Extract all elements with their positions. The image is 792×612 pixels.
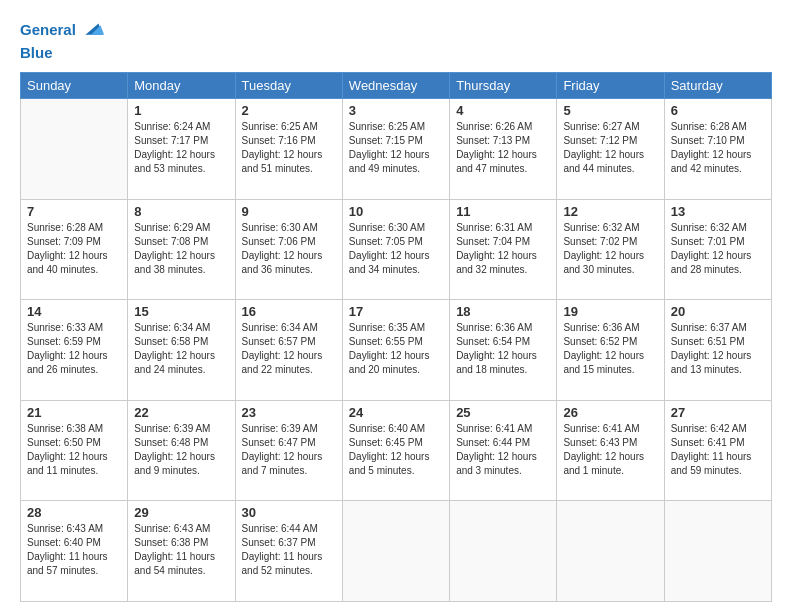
calendar-cell: 18Sunrise: 6:36 AM Sunset: 6:54 PM Dayli… — [450, 300, 557, 401]
header: General Blue — [20, 16, 772, 62]
day-number: 9 — [242, 204, 336, 219]
calendar-cell: 24Sunrise: 6:40 AM Sunset: 6:45 PM Dayli… — [342, 400, 449, 501]
calendar-cell: 6Sunrise: 6:28 AM Sunset: 7:10 PM Daylig… — [664, 99, 771, 200]
day-number: 8 — [134, 204, 228, 219]
calendar-cell — [21, 99, 128, 200]
day-number: 13 — [671, 204, 765, 219]
calendar-week-row: 21Sunrise: 6:38 AM Sunset: 6:50 PM Dayli… — [21, 400, 772, 501]
calendar-cell: 5Sunrise: 6:27 AM Sunset: 7:12 PM Daylig… — [557, 99, 664, 200]
calendar-cell: 19Sunrise: 6:36 AM Sunset: 6:52 PM Dayli… — [557, 300, 664, 401]
day-info: Sunrise: 6:29 AM Sunset: 7:08 PM Dayligh… — [134, 221, 228, 277]
day-info: Sunrise: 6:42 AM Sunset: 6:41 PM Dayligh… — [671, 422, 765, 478]
day-number: 19 — [563, 304, 657, 319]
day-number: 4 — [456, 103, 550, 118]
day-info: Sunrise: 6:32 AM Sunset: 7:02 PM Dayligh… — [563, 221, 657, 277]
weekday-header-monday: Monday — [128, 73, 235, 99]
day-number: 14 — [27, 304, 121, 319]
calendar-cell: 11Sunrise: 6:31 AM Sunset: 7:04 PM Dayli… — [450, 199, 557, 300]
day-number: 18 — [456, 304, 550, 319]
day-number: 2 — [242, 103, 336, 118]
calendar-cell: 13Sunrise: 6:32 AM Sunset: 7:01 PM Dayli… — [664, 199, 771, 300]
day-number: 17 — [349, 304, 443, 319]
calendar-cell: 29Sunrise: 6:43 AM Sunset: 6:38 PM Dayli… — [128, 501, 235, 602]
day-number: 27 — [671, 405, 765, 420]
day-info: Sunrise: 6:40 AM Sunset: 6:45 PM Dayligh… — [349, 422, 443, 478]
weekday-header-saturday: Saturday — [664, 73, 771, 99]
calendar-cell — [450, 501, 557, 602]
day-info: Sunrise: 6:32 AM Sunset: 7:01 PM Dayligh… — [671, 221, 765, 277]
day-info: Sunrise: 6:43 AM Sunset: 6:38 PM Dayligh… — [134, 522, 228, 578]
day-info: Sunrise: 6:25 AM Sunset: 7:16 PM Dayligh… — [242, 120, 336, 176]
day-number: 3 — [349, 103, 443, 118]
day-number: 10 — [349, 204, 443, 219]
day-number: 7 — [27, 204, 121, 219]
day-info: Sunrise: 6:39 AM Sunset: 6:48 PM Dayligh… — [134, 422, 228, 478]
calendar-cell: 20Sunrise: 6:37 AM Sunset: 6:51 PM Dayli… — [664, 300, 771, 401]
day-number: 12 — [563, 204, 657, 219]
calendar-cell: 30Sunrise: 6:44 AM Sunset: 6:37 PM Dayli… — [235, 501, 342, 602]
calendar-cell: 25Sunrise: 6:41 AM Sunset: 6:44 PM Dayli… — [450, 400, 557, 501]
weekday-header-tuesday: Tuesday — [235, 73, 342, 99]
calendar-cell: 23Sunrise: 6:39 AM Sunset: 6:47 PM Dayli… — [235, 400, 342, 501]
day-info: Sunrise: 6:24 AM Sunset: 7:17 PM Dayligh… — [134, 120, 228, 176]
logo-icon — [78, 16, 106, 44]
day-info: Sunrise: 6:36 AM Sunset: 6:52 PM Dayligh… — [563, 321, 657, 377]
day-number: 5 — [563, 103, 657, 118]
calendar-cell: 10Sunrise: 6:30 AM Sunset: 7:05 PM Dayli… — [342, 199, 449, 300]
day-info: Sunrise: 6:44 AM Sunset: 6:37 PM Dayligh… — [242, 522, 336, 578]
day-info: Sunrise: 6:28 AM Sunset: 7:09 PM Dayligh… — [27, 221, 121, 277]
calendar-header-row: SundayMondayTuesdayWednesdayThursdayFrid… — [21, 73, 772, 99]
day-number: 25 — [456, 405, 550, 420]
calendar-cell: 12Sunrise: 6:32 AM Sunset: 7:02 PM Dayli… — [557, 199, 664, 300]
weekday-header-friday: Friday — [557, 73, 664, 99]
weekday-header-thursday: Thursday — [450, 73, 557, 99]
logo-text: General — [20, 21, 76, 39]
day-number: 30 — [242, 505, 336, 520]
day-info: Sunrise: 6:41 AM Sunset: 6:43 PM Dayligh… — [563, 422, 657, 478]
day-number: 24 — [349, 405, 443, 420]
weekday-header-sunday: Sunday — [21, 73, 128, 99]
day-info: Sunrise: 6:43 AM Sunset: 6:40 PM Dayligh… — [27, 522, 121, 578]
day-info: Sunrise: 6:26 AM Sunset: 7:13 PM Dayligh… — [456, 120, 550, 176]
day-number: 23 — [242, 405, 336, 420]
calendar-cell: 2Sunrise: 6:25 AM Sunset: 7:16 PM Daylig… — [235, 99, 342, 200]
day-info: Sunrise: 6:36 AM Sunset: 6:54 PM Dayligh… — [456, 321, 550, 377]
calendar-cell: 16Sunrise: 6:34 AM Sunset: 6:57 PM Dayli… — [235, 300, 342, 401]
day-info: Sunrise: 6:34 AM Sunset: 6:57 PM Dayligh… — [242, 321, 336, 377]
calendar-cell — [557, 501, 664, 602]
day-number: 16 — [242, 304, 336, 319]
day-info: Sunrise: 6:37 AM Sunset: 6:51 PM Dayligh… — [671, 321, 765, 377]
day-info: Sunrise: 6:28 AM Sunset: 7:10 PM Dayligh… — [671, 120, 765, 176]
weekday-header-wednesday: Wednesday — [342, 73, 449, 99]
day-number: 1 — [134, 103, 228, 118]
calendar-cell: 26Sunrise: 6:41 AM Sunset: 6:43 PM Dayli… — [557, 400, 664, 501]
day-info: Sunrise: 6:35 AM Sunset: 6:55 PM Dayligh… — [349, 321, 443, 377]
day-number: 6 — [671, 103, 765, 118]
calendar-cell: 14Sunrise: 6:33 AM Sunset: 6:59 PM Dayli… — [21, 300, 128, 401]
day-number: 29 — [134, 505, 228, 520]
logo: General Blue — [20, 16, 106, 62]
calendar-week-row: 14Sunrise: 6:33 AM Sunset: 6:59 PM Dayli… — [21, 300, 772, 401]
calendar-cell — [664, 501, 771, 602]
day-info: Sunrise: 6:30 AM Sunset: 7:06 PM Dayligh… — [242, 221, 336, 277]
calendar-week-row: 7Sunrise: 6:28 AM Sunset: 7:09 PM Daylig… — [21, 199, 772, 300]
day-number: 15 — [134, 304, 228, 319]
calendar-table: SundayMondayTuesdayWednesdayThursdayFrid… — [20, 72, 772, 602]
day-info: Sunrise: 6:39 AM Sunset: 6:47 PM Dayligh… — [242, 422, 336, 478]
calendar-week-row: 1Sunrise: 6:24 AM Sunset: 7:17 PM Daylig… — [21, 99, 772, 200]
day-info: Sunrise: 6:30 AM Sunset: 7:05 PM Dayligh… — [349, 221, 443, 277]
day-info: Sunrise: 6:41 AM Sunset: 6:44 PM Dayligh… — [456, 422, 550, 478]
calendar-cell: 21Sunrise: 6:38 AM Sunset: 6:50 PM Dayli… — [21, 400, 128, 501]
day-info: Sunrise: 6:31 AM Sunset: 7:04 PM Dayligh… — [456, 221, 550, 277]
calendar-cell: 7Sunrise: 6:28 AM Sunset: 7:09 PM Daylig… — [21, 199, 128, 300]
calendar-cell: 1Sunrise: 6:24 AM Sunset: 7:17 PM Daylig… — [128, 99, 235, 200]
day-info: Sunrise: 6:38 AM Sunset: 6:50 PM Dayligh… — [27, 422, 121, 478]
day-info: Sunrise: 6:27 AM Sunset: 7:12 PM Dayligh… — [563, 120, 657, 176]
calendar-cell: 28Sunrise: 6:43 AM Sunset: 6:40 PM Dayli… — [21, 501, 128, 602]
day-info: Sunrise: 6:34 AM Sunset: 6:58 PM Dayligh… — [134, 321, 228, 377]
page: General Blue SundayMondayTuesdayWednesda… — [0, 0, 792, 612]
calendar-cell: 3Sunrise: 6:25 AM Sunset: 7:15 PM Daylig… — [342, 99, 449, 200]
calendar-cell: 15Sunrise: 6:34 AM Sunset: 6:58 PM Dayli… — [128, 300, 235, 401]
day-number: 11 — [456, 204, 550, 219]
day-number: 20 — [671, 304, 765, 319]
